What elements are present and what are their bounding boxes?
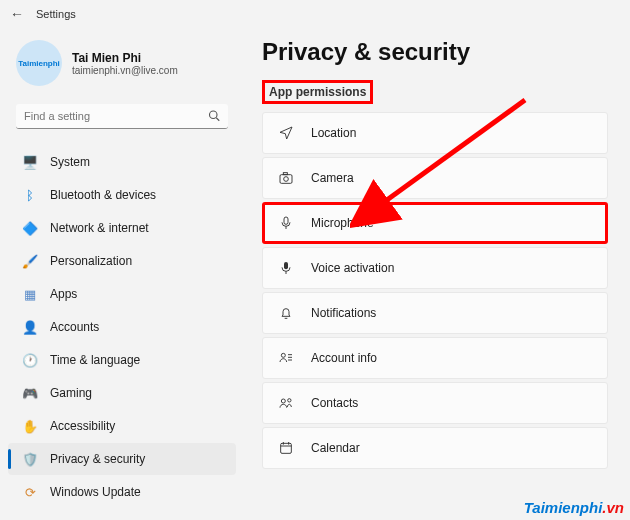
sidebar-nav: 🖥️SystemᛒBluetooth & devices🔷Network & i… [4, 145, 240, 509]
sidebar-item-windows-update[interactable]: ⟳Windows Update [8, 476, 236, 508]
svg-rect-8 [284, 262, 288, 269]
sidebar-item-personalization[interactable]: 🖌️Personalization [8, 245, 236, 277]
bluetooth-icon: ᛒ [22, 187, 38, 203]
accessibility-icon: ✋ [22, 418, 38, 434]
gaming-icon: 🎮 [22, 385, 38, 401]
sidebar-item-privacy-security[interactable]: 🛡️Privacy & security [8, 443, 236, 475]
back-arrow-icon[interactable]: ← [10, 6, 24, 22]
system-icon: 🖥️ [22, 154, 38, 170]
sidebar-item-gaming[interactable]: 🎮Gaming [8, 377, 236, 409]
profile-name: Tai Mien Phi [72, 51, 178, 65]
permission-label: Location [311, 126, 356, 140]
voice-activation-icon [277, 260, 295, 276]
sidebar-item-time-language[interactable]: 🕐Time & language [8, 344, 236, 376]
permission-microphone[interactable]: Microphone [262, 202, 608, 244]
svg-marker-2 [280, 127, 292, 139]
avatar: Taimienphi [16, 40, 62, 86]
sidebar-item-label: Privacy & security [50, 452, 145, 466]
permission-label: Account info [311, 351, 377, 365]
profile-email: taimienphi.vn@live.com [72, 65, 178, 76]
sidebar-item-label: System [50, 155, 90, 169]
sidebar-item-label: Accounts [50, 320, 99, 334]
permission-label: Camera [311, 171, 354, 185]
svg-rect-3 [280, 175, 292, 184]
svg-rect-5 [283, 173, 287, 175]
permission-contacts[interactable]: Contacts [262, 382, 608, 424]
sidebar-item-accounts[interactable]: 👤Accounts [8, 311, 236, 343]
network-icon: 🔷 [22, 220, 38, 236]
search-input[interactable] [16, 104, 228, 129]
svg-point-4 [284, 177, 289, 182]
sidebar: Taimienphi Tai Mien Phi taimienphi.vn@li… [0, 28, 248, 520]
permission-camera[interactable]: Camera [262, 157, 608, 199]
accounts-icon: 👤 [22, 319, 38, 335]
calendar-icon [277, 440, 295, 456]
privacy-security-icon: 🛡️ [22, 451, 38, 467]
search-icon [208, 109, 220, 124]
contacts-icon [277, 395, 295, 411]
time-language-icon: 🕐 [22, 352, 38, 368]
main-content: Privacy & security App permissions Locat… [248, 28, 630, 520]
windows-update-icon: ⟳ [22, 484, 38, 500]
sidebar-item-label: Network & internet [50, 221, 149, 235]
sidebar-item-label: Apps [50, 287, 77, 301]
sidebar-item-label: Personalization [50, 254, 132, 268]
permission-voice-activation[interactable]: Voice activation [262, 247, 608, 289]
section-header-app-permissions: App permissions [262, 80, 373, 104]
watermark: Taimienphi.vn [524, 499, 624, 516]
account-info-icon [277, 350, 295, 366]
permission-account-info[interactable]: Account info [262, 337, 608, 379]
sidebar-item-apps[interactable]: ▦Apps [8, 278, 236, 310]
svg-point-11 [281, 353, 285, 357]
sidebar-item-label: Accessibility [50, 419, 115, 433]
microphone-icon [277, 215, 295, 231]
permission-label: Calendar [311, 441, 360, 455]
sidebar-item-label: Gaming [50, 386, 92, 400]
sidebar-item-system[interactable]: 🖥️System [8, 146, 236, 178]
titlebar: ← Settings [0, 0, 630, 28]
permission-notifications[interactable]: Notifications [262, 292, 608, 334]
location-icon [277, 125, 295, 141]
sidebar-item-label: Bluetooth & devices [50, 188, 156, 202]
sidebar-item-bluetooth[interactable]: ᛒBluetooth & devices [8, 179, 236, 211]
notifications-icon [277, 305, 295, 321]
permissions-list: LocationCameraMicrophoneVoice activation… [262, 112, 608, 469]
permission-label: Microphone [311, 216, 374, 230]
permission-location[interactable]: Location [262, 112, 608, 154]
sidebar-item-network[interactable]: 🔷Network & internet [8, 212, 236, 244]
svg-point-16 [288, 399, 291, 402]
profile-block[interactable]: Taimienphi Tai Mien Phi taimienphi.vn@li… [4, 32, 240, 98]
search-box [16, 104, 228, 129]
permission-label: Contacts [311, 396, 358, 410]
permission-calendar[interactable]: Calendar [262, 427, 608, 469]
apps-icon: ▦ [22, 286, 38, 302]
page-title: Privacy & security [262, 38, 608, 66]
camera-icon [277, 170, 295, 186]
svg-point-15 [281, 399, 285, 403]
svg-line-1 [216, 117, 219, 120]
personalization-icon: 🖌️ [22, 253, 38, 269]
sidebar-item-accessibility[interactable]: ✋Accessibility [8, 410, 236, 442]
permission-label: Notifications [311, 306, 376, 320]
permission-label: Voice activation [311, 261, 394, 275]
sidebar-item-label: Windows Update [50, 485, 141, 499]
window-title: Settings [36, 8, 76, 20]
sidebar-item-label: Time & language [50, 353, 140, 367]
svg-rect-6 [284, 217, 288, 224]
svg-rect-17 [281, 443, 292, 453]
svg-point-0 [210, 111, 218, 119]
